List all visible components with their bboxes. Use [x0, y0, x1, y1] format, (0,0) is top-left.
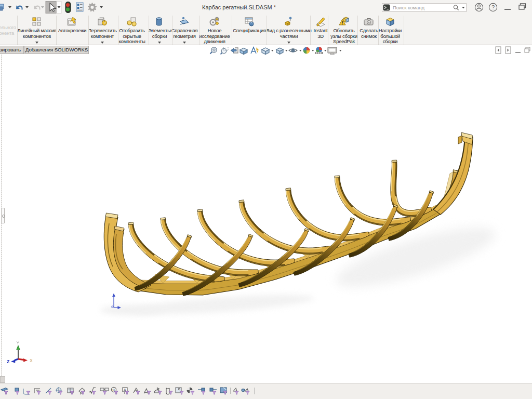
svg-text:Z: Z — [7, 359, 10, 364]
svg-text:X: X — [30, 358, 33, 363]
svg-text:Y: Y — [17, 340, 20, 345]
svg-text:?: ? — [491, 4, 495, 10]
svg-text:Поиск команд: Поиск команд — [393, 5, 425, 10]
svg-text:N: N — [113, 389, 115, 392]
